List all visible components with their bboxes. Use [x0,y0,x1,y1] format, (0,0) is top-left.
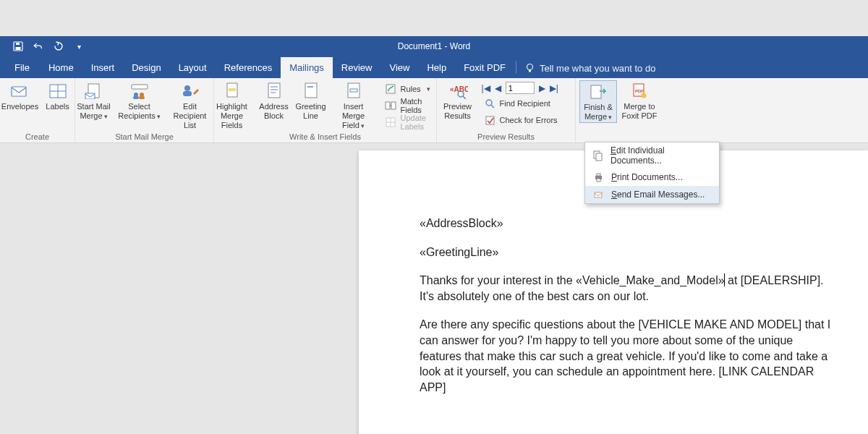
merge-field-icon [343,82,365,101]
svg-rect-10 [85,93,95,99]
group-start-mail-merge: Start MailMerge▾ SelectRecipients▾ EditR… [75,78,214,142]
rules-icon [385,83,396,95]
prev-record-icon[interactable]: ◀ [495,83,501,93]
window-top-margin [0,0,868,36]
svg-rect-30 [391,102,396,109]
find-recipient-button[interactable]: Find Recipient [482,96,570,111]
tab-file[interactable]: File [7,57,40,78]
field-greeting-line: «GreetingLine» [420,244,836,260]
svg-rect-29 [386,102,390,109]
greeting-icon [300,82,322,101]
envelopes-button[interactable]: Envelopes [1,80,39,121]
foxit-pdf-icon: PDF [629,82,650,101]
redo-icon[interactable] [54,41,64,51]
printer-icon [592,171,604,183]
record-navigation: |◀ ◀ ▶ ▶| [482,82,570,94]
address-block-icon [263,82,285,101]
tab-layout[interactable]: Layout [170,57,216,78]
tab-mailings[interactable]: Mailings [281,57,333,78]
greeting-line-button[interactable]: GreetingLine [294,80,328,121]
save-icon[interactable] [13,41,23,51]
find-icon [485,98,495,109]
svg-rect-49 [597,179,600,182]
group-finish: Finish &Merge▾ PDF Merge toFoxit PDF . [576,78,663,142]
tab-references[interactable]: References [216,57,281,78]
svg-text:PDF: PDF [635,89,644,93]
email-send-icon [592,189,604,200]
next-record-icon[interactable]: ▶ [539,83,545,93]
svg-rect-14 [133,96,139,99]
group-write-insert-label: Write & Insert Fields [289,132,361,142]
tell-me-search[interactable]: Tell me what you want to do [518,59,663,78]
group-write-insert-fields: HighlightMerge Fields AddressBlock Greet… [214,78,437,142]
highlight-icon [221,82,243,101]
address-block-button[interactable]: AddressBlock [258,80,291,121]
group-create-label: Create [25,132,49,142]
menu-print-documents[interactable]: Print Documents... [585,169,719,186]
ribbon-tabs: File Home Insert Design Layout Reference… [0,56,868,78]
group-create: Envelopes Labels Create [0,78,75,142]
tell-me-label: Tell me what you want to do [540,63,655,74]
tab-help[interactable]: Help [418,57,455,78]
undo-icon[interactable] [33,41,43,51]
svg-rect-20 [268,83,280,98]
svg-rect-50 [595,192,602,197]
svg-line-39 [491,105,494,108]
preview-results-button[interactable]: «ABC» PreviewResults [440,80,476,121]
check-errors-icon [485,115,495,126]
lightbulb-icon [525,63,535,74]
edit-recipient-list-button[interactable]: EditRecipient List [165,80,216,130]
select-recipients-button[interactable]: SelectRecipients▾ [117,80,162,122]
tab-foxit-pdf[interactable]: Foxit PDF [455,57,514,78]
svg-point-38 [486,100,492,106]
body-paragraph-2: Are there any specific questions about t… [420,317,836,395]
svg-rect-17 [183,91,192,96]
labels-button[interactable]: Labels [42,80,74,121]
rules-button[interactable]: Rules▾ [382,82,438,96]
tab-home[interactable]: Home [40,57,82,78]
svg-rect-28 [386,85,395,93]
ribbon: Envelopes Labels Create Start MailMerg [0,78,868,143]
tab-review[interactable]: Review [333,57,381,78]
first-record-icon[interactable]: |◀ [482,83,490,93]
highlight-merge-fields-button[interactable]: HighlightMerge Fields [210,80,255,130]
svg-rect-24 [305,83,317,98]
menu-edit-individual-documents[interactable]: Edit Individual Documents... [585,142,719,169]
update-icon [385,116,396,128]
insert-merge-field-button[interactable]: Insert MergeField▾ [331,80,376,131]
check-errors-button[interactable]: Check for Errors [482,113,570,127]
mail-merge-icon [83,82,105,101]
svg-rect-5 [12,87,26,96]
svg-rect-11 [132,85,148,89]
svg-rect-41 [591,85,601,98]
svg-point-44 [642,93,647,98]
start-mail-merge-button[interactable]: Start MailMerge▾ [74,80,114,122]
recipients-icon [129,82,150,101]
title-bar: ▾ Document1 - Word [0,36,868,56]
finish-merge-icon [587,82,609,101]
edit-list-icon [179,82,201,101]
svg-rect-4 [529,70,531,72]
last-record-icon[interactable]: ▶| [550,83,558,93]
tab-insert[interactable]: Insert [82,57,124,78]
tab-design[interactable]: Design [123,57,169,78]
merge-to-foxit-button[interactable]: PDF Merge toFoxit PDF [620,80,659,121]
svg-rect-46 [596,153,602,161]
document-area: «AddressBlock» «GreetingLine» Thanks for… [0,143,868,434]
record-number-input[interactable] [506,82,535,94]
svg-rect-2 [16,43,20,45]
menu-send-email-messages[interactable]: Send Email Messages... [585,186,719,203]
svg-line-37 [463,96,466,99]
tab-view[interactable]: View [380,57,418,78]
match-fields-button[interactable]: Match Fields [382,98,438,113]
group-start-mail-merge-label: Start Mail Merge [115,132,174,142]
qat-customize-icon[interactable]: ▾ [74,41,84,51]
preview-icon: «ABC» [447,82,469,101]
group-preview-results: «ABC» PreviewResults |◀ ◀ ▶ ▶| Find Reci… [437,78,576,142]
svg-rect-1 [16,47,21,50]
tab-separator [516,61,516,74]
match-icon [385,100,396,111]
group-preview-label: Preview Results [477,132,535,142]
finish-merge-button[interactable]: Finish &Merge▾ [579,80,617,123]
finish-merge-dropdown: Edit Individual Documents... Print Docum… [584,142,720,204]
